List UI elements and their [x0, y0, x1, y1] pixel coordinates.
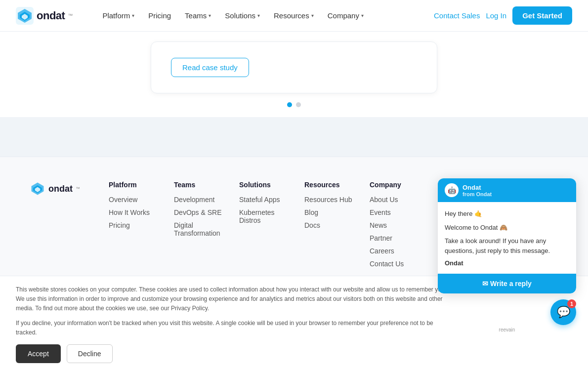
navbar: ondat™ Platform ▾ Pricing Teams ▾ Soluti…	[0, 0, 588, 32]
nav-item-company[interactable]: Company ▾	[322, 7, 370, 24]
chevron-down-icon: ▾	[257, 13, 260, 18]
footer-link-docs[interactable]: Docs	[304, 221, 354, 229]
footer-link-digital-transformation[interactable]: Digital Transformation	[174, 221, 223, 237]
footer-logo: ondat™	[30, 181, 89, 197]
footer-col-platform-title: Platform	[109, 181, 158, 189]
footer-columns: Platform Overview How It Works Pricing T…	[109, 181, 419, 273]
chat-avatar: 🤖	[445, 183, 459, 197]
chat-header-info: Ondat from Ondat	[462, 184, 492, 197]
footer-col-resources-title: Resources	[304, 181, 354, 189]
carousel-dot-2[interactable]	[296, 102, 301, 107]
chat-widget: 🤖 Ondat from Ondat Hey there 🤙 Welcome t…	[438, 178, 576, 289]
footer-col-company: Company About Us Events News Partner Car…	[370, 181, 419, 273]
logo-text: ondat	[37, 9, 65, 22]
footer-logo-text: ondat	[48, 184, 73, 194]
chevron-down-icon: ▾	[132, 13, 134, 18]
case-study-card: Read case study	[151, 41, 437, 93]
chevron-down-icon: ▾	[361, 13, 364, 18]
login-button[interactable]: Log In	[486, 11, 506, 20]
nav-item-pricing[interactable]: Pricing	[142, 7, 177, 24]
footer-link-about-us[interactable]: About Us	[370, 196, 419, 204]
get-started-button[interactable]: Get Started	[512, 6, 572, 25]
footer-col-teams: Teams Development DevOps & SRE Digital T…	[174, 181, 223, 273]
footer-col-solutions: Solutions Stateful Apps Kubernetes Distr…	[239, 181, 289, 273]
contact-sales-link[interactable]: Contact Sales	[434, 11, 480, 20]
footer-link-events[interactable]: Events	[370, 208, 419, 216]
nav-item-resources[interactable]: Resources ▾	[268, 7, 320, 24]
chat-reply-button[interactable]: ✉ Write a reply	[438, 274, 576, 289]
footer-link-partner[interactable]: Partner	[370, 234, 419, 242]
nav-item-solutions[interactable]: Solutions ▾	[219, 7, 266, 24]
chat-box: 🤖 Ondat from Ondat Hey there 🤙 Welcome t…	[438, 178, 576, 289]
footer-logo-wrap[interactable]: ondat™	[30, 181, 89, 197]
carousel-dots	[287, 93, 301, 107]
read-case-study-button[interactable]: Read case study	[171, 58, 249, 77]
chevron-down-icon: ▾	[209, 13, 211, 18]
navbar-logo[interactable]: ondat™	[16, 7, 73, 25]
carousel-wrapper: Read case study	[0, 32, 588, 117]
chat-body: Hey there 🤙 Welcome to Ondat 🙈 Take a lo…	[438, 202, 576, 274]
nav-item-teams[interactable]: Teams ▾	[179, 7, 217, 24]
footer-link-resources-hub[interactable]: Resources Hub	[304, 196, 354, 204]
footer-logo-tm: ™	[76, 186, 80, 191]
footer-col-company-title: Company	[370, 181, 419, 189]
footer-link-development[interactable]: Development	[174, 196, 223, 204]
chat-sender-from: from Ondat	[462, 191, 492, 197]
footer-link-pricing[interactable]: Pricing	[109, 221, 158, 229]
footer-link-stateful-apps[interactable]: Stateful Apps	[239, 196, 289, 204]
nav-actions: Contact Sales Log In Get Started	[434, 6, 572, 25]
footer-link-how-it-works[interactable]: How It Works	[109, 208, 158, 216]
footer-link-devops-sre[interactable]: DevOps & SRE	[174, 208, 223, 216]
footer-link-news[interactable]: News	[370, 221, 419, 229]
nav-links: Platform ▾ Pricing Teams ▾ Solutions ▾ R…	[96, 7, 418, 24]
ondat-logo-icon	[16, 7, 34, 25]
cookie-main-text: This website stores cookies on your comp…	[16, 285, 451, 289]
footer-col-teams-title: Teams	[174, 181, 223, 189]
chat-greeting: Hey there 🤙	[445, 209, 569, 219]
chevron-down-icon: ▾	[311, 13, 314, 18]
footer-col-resources: Resources Resources Hub Blog Docs	[304, 181, 354, 273]
chat-signature: Ondat	[445, 259, 569, 267]
footer-link-kubernetes-distros[interactable]: Kubernetes Distros	[239, 208, 289, 224]
carousel-dot-1[interactable]	[287, 102, 292, 107]
chat-message: Take a look around! If you have any ques…	[445, 236, 569, 255]
footer-link-overview[interactable]: Overview	[109, 196, 158, 204]
chat-sender-name: Ondat	[462, 184, 492, 191]
footer-link-careers[interactable]: Careers	[370, 247, 419, 255]
footer-logo-icon	[30, 181, 45, 197]
promo-section	[0, 117, 588, 157]
footer-col-platform: Platform Overview How It Works Pricing	[109, 181, 158, 273]
nav-item-platform[interactable]: Platform ▾	[96, 7, 140, 24]
chat-header: 🤖 Ondat from Ondat	[438, 178, 576, 202]
logo-tm: ™	[68, 13, 73, 18]
footer-col-solutions-title: Solutions	[239, 181, 289, 189]
footer-link-contact-us[interactable]: Contact Us	[370, 260, 419, 268]
footer-link-blog[interactable]: Blog	[304, 208, 354, 216]
chat-welcome: Welcome to Ondat 🙈	[445, 223, 569, 233]
